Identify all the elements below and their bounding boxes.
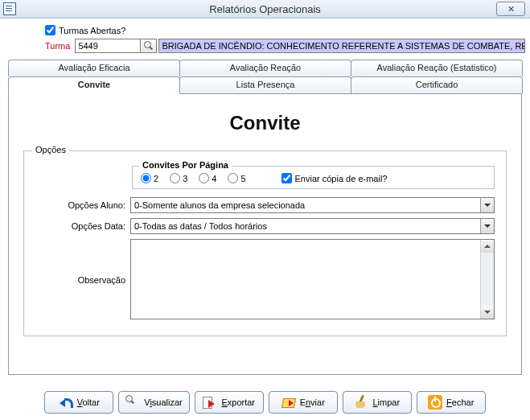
enviar-label: Enviar	[300, 397, 325, 407]
per-page-option-4[interactable]: 4	[199, 173, 216, 183]
turma-description: BRIGADA DE INCÊNDIO: CONHECIMENTO REFERE…	[158, 39, 525, 53]
exportar-button[interactable]: Exportar	[195, 391, 264, 414]
opcoes-aluno-combo[interactable]: 0-Somente alunos da empresa selecionada	[130, 197, 495, 213]
export-icon	[203, 395, 217, 410]
opcoes-aluno-label: Opções Aluno:	[35, 200, 125, 210]
tab-avaliacao-eficacia[interactable]: Avaliação Eficacia	[8, 60, 180, 76]
turmas-abertas-checkbox[interactable]	[45, 25, 55, 35]
chevron-down-icon	[480, 219, 494, 233]
enviar-button[interactable]: Enviar	[269, 391, 338, 414]
visualizar-label: Visualizar	[144, 397, 183, 407]
chevron-down-icon	[480, 198, 494, 212]
opcoes-aluno-value: 0-Somente alunos da empresa selecionada	[134, 200, 305, 210]
convites-por-pagina-legend: Convites Por Página	[139, 160, 232, 170]
button-bar: Voltar Visualizar Exportar Enviar Limpar…	[0, 391, 530, 414]
email-copy-label: Enviar cópia de e-mail?	[295, 174, 388, 183]
opcoes-data-value: 0-Todas as datas / Todos horários	[134, 221, 267, 231]
back-icon	[59, 395, 73, 410]
content-area: Turmas Abertas? Turma BRIGADA DE INCÊNDI…	[0, 19, 530, 378]
observacao-row: Observação	[35, 239, 495, 319]
scroll-up-icon[interactable]	[481, 240, 494, 253]
observacao-scrollbar[interactable]	[480, 240, 494, 319]
email-copy-checkbox-wrap[interactable]: Enviar cópia de e-mail?	[281, 173, 388, 183]
per-page-option-2[interactable]: 2	[141, 173, 158, 183]
fechar-button[interactable]: Fechar	[417, 391, 486, 414]
opcoes-aluno-row: Opções Aluno: 0-Somente alunos da empres…	[35, 197, 495, 213]
voltar-button[interactable]: Voltar	[44, 391, 113, 414]
send-icon	[281, 395, 296, 410]
tab-certificado[interactable]: Certificado	[351, 76, 523, 93]
opcoes-group: Opções Convites Por Página 2 3 4 5 Envia…	[23, 150, 507, 336]
tab-avaliacao-reacao-estatistico[interactable]: Avaliação Reação (Estatistico)	[351, 60, 523, 76]
convites-por-pagina-group: Convites Por Página 2 3 4 5 Enviar cópia…	[132, 166, 495, 189]
window-close-button[interactable]: ✕	[496, 2, 525, 16]
scroll-down-icon[interactable]	[481, 306, 494, 319]
observacao-textarea[interactable]	[130, 239, 495, 319]
visualizar-button[interactable]: Visualizar	[118, 391, 190, 414]
window: Relatórios Operacionais ✕ Turmas Abertas…	[0, 0, 530, 420]
limpar-button[interactable]: Limpar	[343, 391, 412, 414]
turma-label: Turma	[45, 41, 70, 51]
voltar-label: Voltar	[77, 397, 100, 407]
tab-row-top: Avaliação Eficacia Avaliação Reação Aval…	[8, 60, 522, 76]
opcoes-data-combo[interactable]: 0-Todas as datas / Todos horários	[130, 218, 495, 234]
titlebar: Relatórios Operacionais ✕	[0, 0, 530, 19]
opcoes-data-row: Opções Data: 0-Todas as datas / Todos ho…	[35, 218, 495, 234]
panel-title: Convite	[23, 112, 507, 134]
opcoes-legend: Opções	[32, 145, 69, 154]
turma-search-button[interactable]	[141, 39, 157, 53]
close-icon: ✕	[507, 4, 515, 14]
clear-icon	[354, 395, 368, 410]
observacao-label: Observação	[35, 274, 125, 285]
email-copy-checkbox[interactable]	[281, 173, 292, 183]
turmas-abertas-row: Turmas Abertas?	[45, 25, 525, 35]
per-page-option-3[interactable]: 3	[170, 173, 187, 183]
turmas-abertas-label: Turmas Abertas?	[59, 26, 125, 35]
exportar-label: Exportar	[221, 397, 255, 407]
search-icon	[125, 395, 140, 410]
turma-input[interactable]	[75, 39, 141, 53]
tab-lista-presenca[interactable]: Lista Presença	[179, 76, 351, 93]
opcoes-data-label: Opções Data:	[35, 221, 125, 231]
fechar-label: Fechar	[446, 397, 474, 407]
per-page-option-5[interactable]: 5	[228, 173, 245, 183]
tab-panel-convite: Convite Opções Convites Por Página 2 3 4…	[8, 93, 522, 375]
turma-row: Turma BRIGADA DE INCÊNDIO: CONHECIMENTO …	[45, 39, 525, 53]
tab-avaliacao-reacao[interactable]: Avaliação Reação	[179, 60, 351, 76]
limpar-label: Limpar	[372, 397, 400, 407]
tab-row-bottom: Convite Lista Presença Certificado	[8, 76, 522, 93]
power-icon	[428, 395, 442, 410]
window-title: Relatórios Operacionais	[0, 3, 530, 15]
tabs: Avaliação Eficacia Avaliação Reação Aval…	[8, 60, 522, 375]
tab-convite[interactable]: Convite	[8, 76, 180, 94]
search-icon	[144, 41, 154, 51]
